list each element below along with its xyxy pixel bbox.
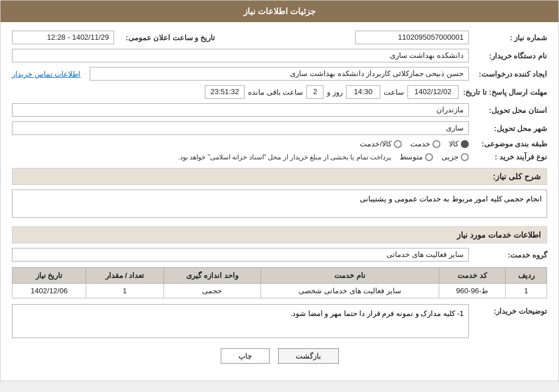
city-row: شهر محل تحویل: ساری (12, 121, 547, 135)
category-options: کالا خدمت کالا/خدمت (360, 140, 469, 148)
process-options: جزیی متوسط پرداخت تمام یا بخشی از مبلغ خ… (178, 153, 469, 161)
process-label: نوع فرآیند خرید : (473, 153, 547, 161)
category-kala-khedmat-label: کالا/خدمت (360, 140, 392, 148)
province-value: مازندران (12, 103, 469, 117)
public-announce-label: تاریخ و ساعت اعلان عمومی: (119, 33, 215, 42)
col-header-qty: تعداد / مقدار (86, 268, 163, 284)
buyer-org-value: دانشکده بهداشت ساری (12, 49, 469, 62)
deadline-remaining: 23:51:32 (205, 85, 245, 99)
services-section-label: اطلاعات خدمات مورد نیاز (457, 230, 541, 239)
services-section-title: اطلاعات خدمات مورد نیاز (12, 226, 547, 243)
deadline-row: مهلت ارسال پاسخ: تا تاریخ: 1402/12/02 سا… (12, 85, 547, 99)
main-content: شماره نیاز : 1102095057000001 تاریخ و سا… (1, 22, 558, 381)
need-number-value: 1102095057000001 (355, 31, 469, 44)
col-header-name: نام خدمت (261, 268, 439, 284)
category-option-khedmat[interactable]: خدمت (410, 140, 440, 148)
col-header-row: ردیف (506, 268, 547, 284)
need-number-row: شماره نیاز : 1102095057000001 تاریخ و سا… (12, 31, 547, 44)
process-motavasset-label: متوسط (400, 153, 423, 161)
category-option-kala[interactable]: کالا (449, 140, 469, 148)
cell-qty: 1 (86, 284, 163, 298)
need-number-label: شماره نیاز : (473, 33, 547, 42)
service-group-label: گروه خدمت: (473, 251, 547, 259)
cell-unit: حجمی (163, 284, 261, 298)
category-kala-label: کالا (449, 140, 459, 148)
print-button[interactable]: چاپ (221, 348, 270, 364)
category-option-kala-khedmat[interactable]: کالا/خدمت (360, 140, 402, 148)
services-table: ردیف کد خدمت نام خدمت واحد اندازه گیری ت… (12, 267, 547, 298)
deadline-days: 2 (306, 85, 323, 99)
description-container: انجام حجمی کلیه امور مربوط به خدمات عموم… (12, 189, 547, 220)
footer-buttons: بازگشت چاپ (12, 348, 547, 364)
deadline-remaining-label: ساعت باقی مانده (248, 88, 303, 96)
col-header-code: کد خدمت (439, 268, 505, 284)
public-announce-value: 1402/11/29 - 12:28 (12, 31, 114, 44)
deadline-time-label: ساعت (384, 88, 404, 96)
radio-motavasset-icon (425, 153, 433, 161)
description-label: شرح کلی نیاز: (493, 172, 541, 181)
category-label: طبقه بندی موضوعی: (473, 140, 547, 148)
page-header: جزئیات اطلاعات نیاز (1, 1, 558, 22)
radio-kala-khedmat-icon (394, 140, 402, 148)
table-row: 1 ط-96-960 سایر فعالیت های خدماتی شخصی ح… (12, 284, 547, 298)
creator-value: حسن ذبیحی جمازکلائی کاربرداز دانشکده بهد… (90, 67, 469, 81)
page-container: جزئیات اطلاعات نیاز شماره نیاز : 1102095… (0, 0, 559, 381)
description-input[interactable]: انجام حجمی کلیه امور مربوط به خدمات عموم… (12, 189, 547, 218)
deadline-date: 1402/12/02 (407, 85, 459, 99)
buyer-desc-row: توضیحات خریدار: 1- کلیه مدارک و نمونه فر… (12, 304, 547, 340)
deadline-days-label: روز و (327, 88, 343, 96)
table-header-row: ردیف کد خدمت نام خدمت واحد اندازه گیری ت… (12, 268, 547, 284)
province-row: استان محل تحویل: مازندران (12, 103, 547, 117)
service-group-value: سایر فعالیت های خدماتی (12, 248, 469, 262)
buyer-desc-label: توضیحات خریدار: (473, 304, 547, 315)
province-label: استان محل تحویل: (473, 106, 547, 115)
process-jozi-label: جزیی (442, 153, 459, 161)
back-button[interactable]: بازگشت (278, 348, 339, 364)
cell-name: سایر فعالیت های خدماتی شخصی (261, 284, 439, 298)
buyer-org-label: نام دستگاه خریدار: (473, 52, 547, 60)
cell-code: ط-96-960 (439, 284, 505, 298)
description-section-title: شرح کلی نیاز: (12, 168, 547, 185)
buyer-desc-container: 1- کلیه مدارک و نمونه فرم قرار دا حتما م… (12, 304, 469, 340)
process-row: نوع فرآیند خرید : جزیی متوسط پرداخت تمام… (12, 153, 547, 161)
buyer-org-row: نام دستگاه خریدار: دانشکده بهداشت ساری (12, 49, 547, 62)
radio-khedmat-icon (432, 140, 440, 148)
deadline-time: 14:30 (346, 85, 380, 99)
city-value: ساری (12, 121, 469, 135)
deadline-datetime: 1402/12/02 ساعت 14:30 روز و 2 ساعت باقی … (205, 85, 459, 99)
col-header-date: تاریخ نیاز (12, 268, 86, 284)
col-header-unit: واحد اندازه گیری (163, 268, 261, 284)
creator-link[interactable]: اطلاعات تماس خریدار (12, 70, 81, 78)
page-title: جزئیات اطلاعات نیاز (243, 6, 316, 16)
deadline-label: مهلت ارسال پاسخ: تا تاریخ: (463, 88, 547, 96)
category-khedmat-label: خدمت (410, 140, 430, 148)
process-option-jozi[interactable]: جزیی (442, 153, 469, 161)
process-option-motavasset[interactable]: متوسط (400, 153, 433, 161)
radio-kala-icon (461, 140, 469, 148)
buyer-desc-input[interactable]: 1- کلیه مدارک و نمونه فرم قرار دا حتما م… (12, 304, 469, 338)
city-label: شهر محل تحویل: (473, 124, 547, 133)
creator-label: ایجاد کننده درخواست: (473, 70, 547, 78)
radio-jozi-icon (461, 153, 469, 161)
service-group-row: گروه خدمت: سایر فعالیت های خدماتی (12, 248, 547, 262)
services-table-section: ردیف کد خدمت نام خدمت واحد اندازه گیری ت… (12, 267, 547, 298)
cell-row: 1 (506, 284, 547, 298)
cell-date: 1402/12/06 (12, 284, 86, 298)
process-note: پرداخت تمام یا بخشی از مبلغ خریدار از مح… (178, 153, 391, 161)
category-row: طبقه بندی موضوعی: کالا خدمت کالا/خدمت (12, 140, 547, 148)
creator-row: ایجاد کننده درخواست: حسن ذبیحی جمازکلائی… (12, 67, 547, 81)
